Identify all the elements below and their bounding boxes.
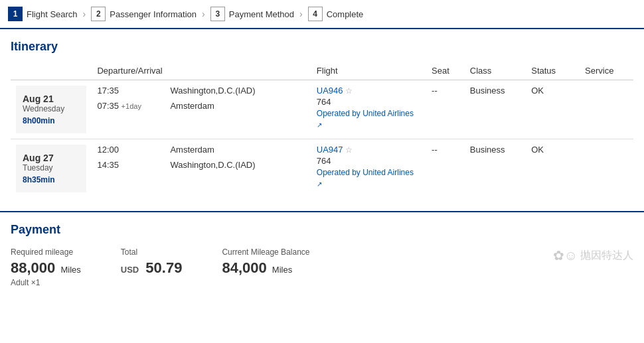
arr-time-1: 07:35 +1day: [97, 101, 150, 111]
step-4-label: Complete: [327, 9, 364, 19]
required-mileage-item: Required mileage 88,000 Miles Adult ×1: [11, 247, 81, 287]
itinerary-table: Departure/Arrival Flight Seat Class Stat…: [11, 62, 633, 198]
dep-time-2: 12:00: [97, 145, 150, 155]
flight-col-1: UA946 ☆ 764 Operated by United Airlines …: [311, 80, 426, 139]
aircraft-2: 764: [317, 156, 421, 166]
required-mileage-label: Required mileage: [11, 247, 81, 257]
main-content: Itinerary Departure/Arrival Flight Seat …: [0, 29, 644, 198]
operated-by-1[interactable]: Operated by United Airlines ↗: [317, 108, 421, 131]
date-cell-1: Aug 21 Wednesday 8h00min: [16, 86, 86, 133]
arr-time-2: 14:35: [97, 160, 150, 170]
dep-city-1: Washington,D.C.(IAD): [170, 86, 276, 96]
date-weekday-2: Tuesday: [23, 163, 80, 172]
star-icon-1: ☆: [345, 86, 353, 96]
step-1-number: 1: [8, 7, 23, 21]
balance-label: Current Mileage Balance: [222, 247, 309, 257]
col-service: Service: [580, 62, 633, 80]
flight-link-2[interactable]: UA947: [317, 145, 343, 155]
step-3[interactable]: 3 Payment Method: [210, 7, 294, 21]
step-3-label: Payment Method: [229, 9, 294, 19]
step-1-label: Flight Search: [27, 9, 78, 19]
total-label: Total: [121, 247, 183, 257]
adult-label: Adult ×1: [11, 278, 81, 287]
seat-2: --: [426, 139, 465, 198]
logo-icon: ✿☺: [553, 247, 578, 263]
service-1: [580, 80, 633, 139]
class-2: Business: [465, 139, 526, 198]
date-day-2: Aug 27: [23, 153, 80, 163]
city-col-1: Washington,D.C.(IAD) Amsterdam: [170, 86, 276, 116]
required-mileage-value: 88,000 Miles: [11, 259, 81, 277]
payment-details: Required mileage 88,000 Miles Adult ×1 T…: [11, 247, 633, 287]
col-flight: Flight: [311, 62, 426, 80]
step-4[interactable]: 4 Complete: [308, 7, 364, 21]
arr-city-1: Amsterdam: [170, 101, 276, 111]
col-dep-arr: Departure/Arrival: [92, 62, 311, 80]
flight-col-2: UA947 ☆ 764 Operated by United Airlines …: [311, 139, 426, 198]
seat-1: --: [426, 80, 465, 139]
city-col-2: Amsterdam Washington,D.C.(IAD): [170, 145, 276, 175]
payment-title: Payment: [11, 223, 633, 237]
class-1: Business: [465, 80, 526, 139]
dep-city-2: Amsterdam: [170, 145, 276, 155]
service-2: [580, 139, 633, 198]
date-weekday-1: Wednesday: [23, 104, 80, 113]
step-4-number: 4: [308, 7, 323, 21]
step-2-number: 2: [91, 7, 106, 21]
step-2-label: Passenger Information: [110, 9, 197, 19]
required-mileage-unit: Miles: [60, 265, 80, 275]
external-icon-1: ↗: [317, 121, 322, 129]
col-class: Class: [465, 62, 526, 80]
date-duration-1: 8h00min: [23, 116, 80, 125]
step-2[interactable]: 2 Passenger Information: [91, 7, 197, 21]
total-currency: USD: [121, 265, 139, 275]
itinerary-title: Itinerary: [11, 40, 633, 54]
step-arrow-3: ›: [299, 9, 303, 19]
status-1: OK: [526, 80, 580, 139]
total-value: USD 50.79: [121, 259, 183, 277]
aircraft-1: 764: [317, 97, 421, 107]
step-arrow-1: ›: [83, 9, 86, 19]
star-icon-2: ☆: [345, 145, 353, 155]
dep-time-1: 17:35: [97, 86, 150, 96]
table-row: Aug 27 Tuesday 8h35min 12:00 14:35: [11, 139, 633, 198]
col-date: [11, 62, 92, 80]
step-arrow-2: ›: [202, 9, 205, 19]
time-col-1: 17:35 07:35 +1day: [97, 86, 150, 116]
flight-link-1[interactable]: UA946: [317, 86, 343, 96]
operated-by-2[interactable]: Operated by United Airlines ↗: [317, 167, 421, 190]
date-cell-2: Aug 27 Tuesday 8h35min: [16, 145, 86, 192]
step-1[interactable]: 1 Flight Search: [8, 7, 78, 21]
col-status: Status: [526, 62, 580, 80]
step-3-number: 3: [210, 7, 225, 21]
watermark-text: 抛因特达人: [580, 249, 633, 263]
arr-suffix-1: +1day: [121, 102, 141, 110]
balance-value: 84,000 Miles: [222, 259, 309, 277]
balance-unit: Miles: [272, 265, 292, 275]
external-icon-2: ↗: [317, 180, 322, 188]
time-col-2: 12:00 14:35: [97, 145, 150, 175]
col-seat: Seat: [426, 62, 465, 80]
date-duration-2: 8h35min: [23, 175, 80, 184]
total-item: Total USD 50.79: [121, 247, 183, 277]
date-day-1: Aug 21: [23, 94, 80, 104]
watermark-area: ✿☺ 抛因特达人: [553, 247, 633, 263]
table-row: Aug 21 Wednesday 8h00min 17:35 07:35 +1d…: [11, 80, 633, 139]
balance-item: Current Mileage Balance 84,000 Miles: [222, 247, 309, 277]
progress-bar: 1 Flight Search › 2 Passenger Informatio…: [0, 0, 644, 29]
status-2: OK: [526, 139, 580, 198]
payment-section: Payment Required mileage 88,000 Miles Ad…: [0, 211, 644, 298]
arr-city-2: Washington,D.C.(IAD): [170, 160, 276, 170]
